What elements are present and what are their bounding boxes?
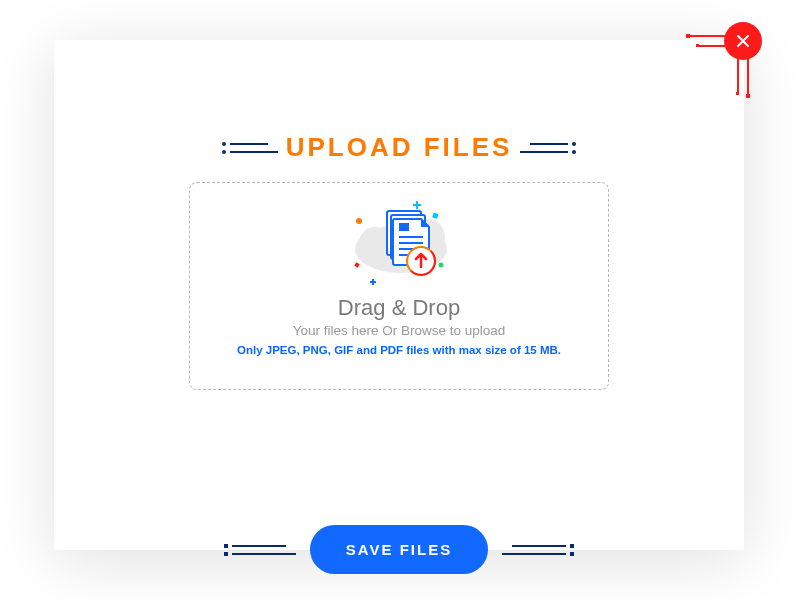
svg-rect-44 [570,552,574,556]
svg-point-10 [222,142,226,146]
svg-rect-23 [432,212,438,218]
modal-title-row: UPLOAD FILES [54,132,744,163]
svg-point-21 [356,218,362,224]
close-icon [735,33,751,49]
title-decoration-left [220,139,278,157]
svg-point-15 [572,150,576,154]
dropzone-subheading: Your files here Or Browse to upload [293,323,506,338]
save-row: SAVE FILES [54,525,744,574]
modal-title: UPLOAD FILES [286,132,513,163]
upload-modal: UPLOAD FILES [54,40,744,550]
save-files-button[interactable]: SAVE FILES [310,525,488,574]
svg-rect-7 [736,92,739,95]
svg-rect-5 [746,94,750,98]
svg-point-11 [222,150,226,154]
svg-rect-4 [686,34,690,38]
save-decoration-right [502,541,574,559]
svg-rect-24 [354,262,359,267]
svg-rect-39 [224,544,228,548]
file-dropzone[interactable]: Drag & Drop Your files here Or Browse to… [189,182,609,390]
save-decoration-left [224,541,296,559]
svg-rect-6 [696,44,699,47]
svg-point-22 [439,263,444,268]
svg-rect-31 [399,223,409,231]
dropzone-hint: Only JPEG, PNG, GIF and PDF files with m… [237,344,561,356]
upload-illustration-icon [329,193,469,293]
close-button[interactable] [724,22,762,60]
svg-rect-43 [570,544,574,548]
dropzone-heading: Drag & Drop [338,295,460,321]
svg-rect-40 [224,552,228,556]
title-decoration-right [520,139,578,157]
svg-point-14 [572,142,576,146]
